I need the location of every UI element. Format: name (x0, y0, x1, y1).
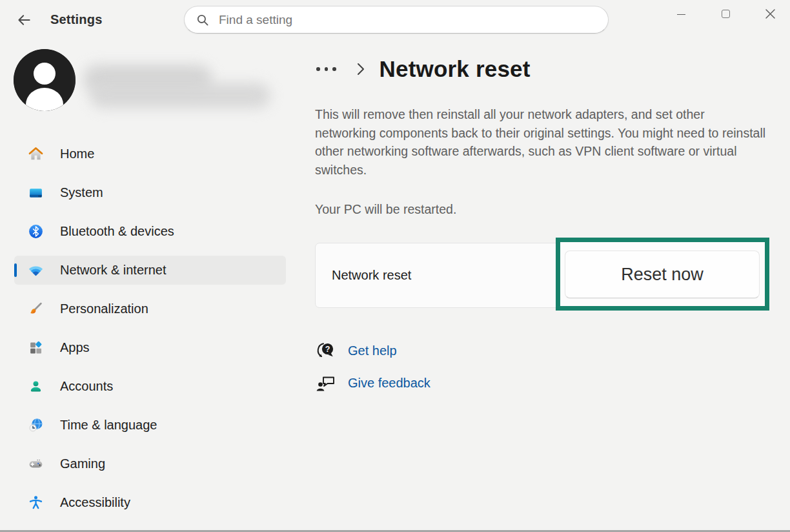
maximize-icon (722, 10, 730, 18)
search-icon (196, 13, 210, 27)
network-wifi-icon (27, 262, 44, 279)
user-account-card[interactable] (14, 49, 285, 112)
sidebar-item-label: Gaming (60, 456, 105, 471)
home-icon (27, 146, 44, 163)
page-header: Network reset (315, 54, 531, 85)
sidebar-item-system[interactable]: System (14, 178, 286, 207)
sidebar-item-label: Accessibility (60, 495, 130, 510)
accessibility-person-icon (27, 495, 44, 511)
avatar (14, 49, 76, 111)
blurred-user-email (90, 83, 270, 108)
sidebar-item-label: Bluetooth & devices (60, 224, 174, 239)
sidebar-item-personalization[interactable]: Personalization (14, 294, 286, 323)
apps-icon (27, 340, 44, 356)
breadcrumb-dot (325, 67, 329, 71)
time-language-icon (27, 417, 44, 434)
back-button[interactable] (14, 10, 34, 30)
settings-window: Settings (0, 0, 790, 532)
sidebar-nav: Home System Bluetooth & d (14, 139, 286, 527)
bluetooth-icon (27, 223, 44, 240)
page-title: Network reset (380, 56, 531, 82)
give-feedback-label: Give feedback (348, 376, 430, 391)
search-input[interactable] (219, 13, 580, 27)
minimize-button[interactable] (666, 0, 696, 27)
network-reset-row-label: Network reset (332, 268, 411, 283)
get-help-link[interactable]: ? Get help (315, 339, 397, 362)
sidebar-item-label: Time & language (60, 418, 157, 433)
system-icon (27, 185, 44, 201)
sidebar-item-home[interactable]: Home (14, 139, 286, 169)
sidebar-item-label: Home (60, 147, 94, 161)
reset-now-button[interactable]: Reset now (565, 251, 760, 298)
get-help-icon: ? (315, 339, 337, 362)
svg-text:?: ? (325, 345, 330, 354)
sidebar-item-label: System (60, 185, 103, 200)
sidebar-item-accessibility[interactable]: Accessibility (14, 488, 286, 517)
sidebar-item-accounts[interactable]: Accounts (14, 372, 286, 401)
sidebar-item-label: Personalization (60, 302, 148, 316)
app-title: Settings (50, 12, 103, 27)
accounts-person-icon (27, 378, 44, 395)
breadcrumb-overflow-button[interactable] (315, 63, 338, 75)
sidebar-item-time-language[interactable]: Time & language (14, 411, 286, 440)
sidebar-item-network-internet[interactable]: Network & internet (14, 256, 286, 285)
breadcrumb-dot (316, 67, 320, 71)
back-arrow-icon (15, 12, 32, 28)
close-icon (765, 8, 776, 19)
feedback-icon (315, 371, 337, 394)
gaming-gamepad-icon (27, 456, 44, 473)
restart-note: Your PC will be restarted. (315, 202, 456, 217)
sidebar-item-label: Network & internet (60, 263, 167, 278)
close-button[interactable] (755, 0, 785, 27)
page-description: This will remove then reinstall all your… (315, 105, 767, 179)
give-feedback-link[interactable]: Give feedback (315, 371, 430, 394)
search-box[interactable] (184, 6, 609, 34)
get-help-label: Get help (348, 343, 397, 358)
sidebar-item-label: Accounts (60, 379, 113, 394)
sidebar-item-bluetooth-devices[interactable]: Bluetooth & devices (14, 217, 286, 246)
selected-accent-bar (14, 263, 17, 277)
sidebar-item-gaming[interactable]: Gaming (14, 449, 286, 478)
personalization-brush-icon (27, 301, 44, 318)
sidebar-item-label: Apps (60, 340, 90, 355)
chevron-right-icon (356, 61, 365, 77)
maximize-button[interactable] (711, 0, 740, 27)
sidebar-item-apps[interactable]: Apps (14, 333, 286, 362)
breadcrumb-dot (332, 67, 336, 71)
minimize-icon (677, 14, 685, 15)
